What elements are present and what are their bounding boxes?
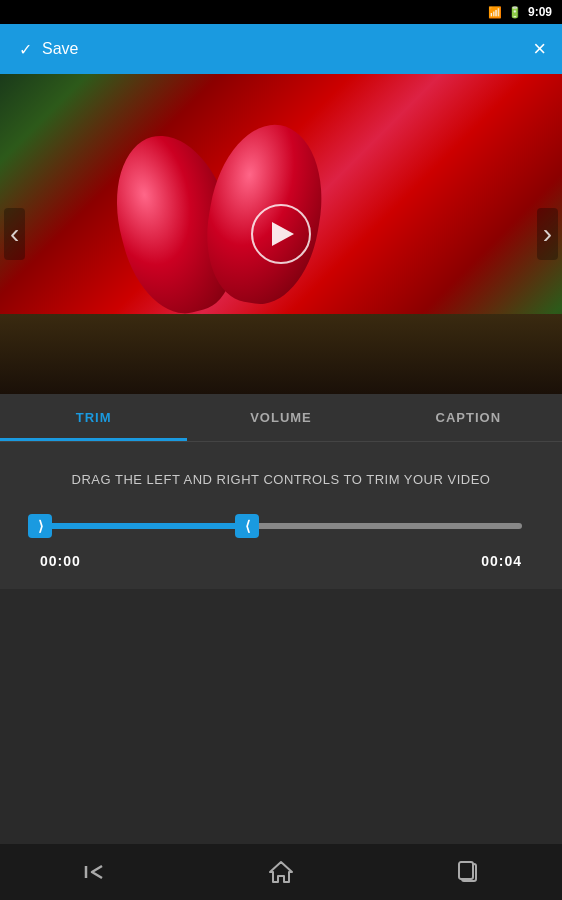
- slider-filled: [40, 523, 247, 529]
- next-button[interactable]: ›: [537, 208, 558, 260]
- start-time: 00:00: [40, 553, 81, 569]
- video-background: [0, 74, 562, 394]
- end-time: 00:04: [481, 553, 522, 569]
- recents-nav-button[interactable]: [438, 852, 498, 892]
- play-button[interactable]: [251, 204, 311, 264]
- status-bar: 📶 🔋 9:09: [0, 0, 562, 24]
- tab-caption[interactable]: CAPTION: [375, 394, 562, 441]
- close-button[interactable]: ×: [533, 38, 546, 60]
- video-preview: ‹ ›: [0, 74, 562, 394]
- back-icon: [82, 860, 106, 884]
- tab-trim[interactable]: TRIM: [0, 394, 187, 441]
- trim-panel: DRAG THE LEFT AND RIGHT CONTROLS TO TRIM…: [0, 442, 562, 589]
- trim-handle-left[interactable]: ⟩: [28, 514, 52, 538]
- bottom-nav-bar: [0, 844, 562, 900]
- app-bar: ✓ Save ×: [0, 24, 562, 74]
- prev-button[interactable]: ‹: [4, 208, 25, 260]
- tab-volume[interactable]: VOLUME: [187, 394, 374, 441]
- svg-rect-3: [459, 862, 473, 879]
- check-icon: ✓: [16, 40, 34, 58]
- svg-marker-1: [270, 862, 292, 882]
- status-time: 9:09: [528, 5, 552, 19]
- home-nav-button[interactable]: [251, 852, 311, 892]
- save-button[interactable]: ✓ Save: [16, 40, 78, 58]
- time-labels: 00:00 00:04: [40, 553, 522, 569]
- recents-icon: [457, 860, 479, 884]
- wifi-icon: 📶: [488, 6, 502, 19]
- play-icon: [272, 222, 294, 246]
- trim-handle-right[interactable]: ⟨: [235, 514, 259, 538]
- trim-slider[interactable]: ⟩ ⟨: [40, 511, 522, 541]
- home-icon: [268, 860, 294, 884]
- ground-layer: [0, 314, 562, 394]
- back-nav-button[interactable]: [64, 852, 124, 892]
- save-label: Save: [42, 40, 78, 58]
- tab-bar: TRIM VOLUME CAPTION: [0, 394, 562, 442]
- trim-instruction: DRAG THE LEFT AND RIGHT CONTROLS TO TRIM…: [40, 472, 522, 487]
- battery-icon: 🔋: [508, 6, 522, 19]
